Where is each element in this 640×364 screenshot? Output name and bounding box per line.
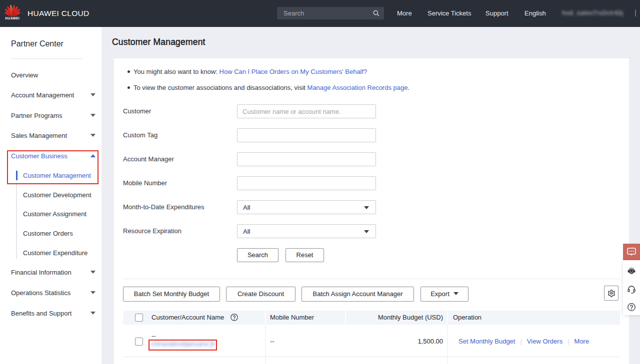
svg-text:HUAWEI: HUAWEI — [6, 16, 20, 20]
